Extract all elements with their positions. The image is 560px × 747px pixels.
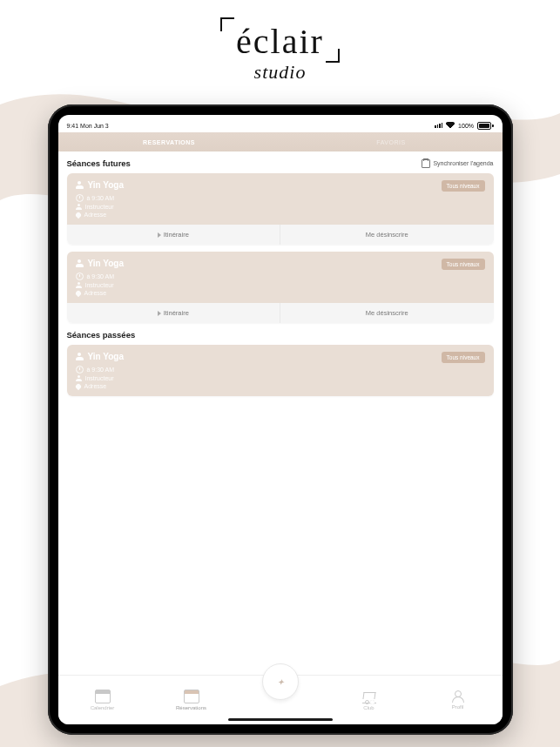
clock-icon — [76, 194, 84, 202]
brand-logo: éclair studio — [0, 17, 560, 84]
session-place: Adresse — [84, 383, 107, 389]
battery-text: 100% — [458, 123, 474, 129]
user-icon — [76, 282, 82, 288]
person-icon — [76, 181, 84, 189]
calendar-icon — [95, 690, 111, 703]
pin-icon — [74, 211, 81, 218]
level-badge: Tous niveaux — [442, 259, 485, 270]
person-icon — [76, 353, 84, 360]
wifi-icon — [446, 122, 455, 129]
top-tabs: RESERVATIONS FAVORIS — [58, 132, 503, 151]
sync-label: Synchroniser l'agenda — [433, 160, 493, 166]
reservations-icon — [184, 690, 199, 703]
pin-icon — [74, 382, 81, 389]
section-past-title: Séances passées — [67, 330, 136, 340]
unregister-button[interactable]: Me désinscrire — [280, 303, 494, 323]
tab-favoris[interactable]: FAVORIS — [280, 139, 503, 145]
user-icon — [76, 204, 82, 210]
session-place: Adresse — [84, 290, 107, 296]
user-icon — [76, 375, 82, 381]
session-title: Yin Yoga — [88, 352, 125, 361]
session-instructor: Instructeur — [85, 375, 114, 381]
route-icon — [158, 232, 161, 238]
brand-sub: studio — [254, 61, 307, 84]
unregister-button[interactable]: Me désinscrire — [280, 225, 494, 245]
clock-icon — [76, 366, 84, 374]
sync-agenda-button[interactable]: Synchroniser l'agenda — [422, 159, 493, 168]
nav-calendar[interactable]: Calendrier — [58, 690, 147, 710]
person-icon — [76, 259, 84, 267]
nav-profile[interactable]: Profil — [414, 690, 503, 710]
level-badge: Tous niveaux — [442, 352, 485, 363]
profile-icon — [451, 690, 465, 703]
route-button[interactable]: Itinéraire — [67, 225, 280, 245]
logo-icon: ✦ — [277, 677, 284, 687]
status-bar: 9:41 Mon Jun 3 100% — [58, 115, 503, 132]
session-title: Yin Yoga — [88, 180, 125, 190]
home-indicator — [228, 718, 333, 721]
brand-top: éclair — [236, 24, 324, 59]
session-time: à 9:30 AM — [87, 273, 115, 279]
screen: 9:41 Mon Jun 3 100% RESERVATIONS FAVORIS… — [58, 115, 503, 724]
pin-icon — [74, 289, 81, 296]
level-badge: Tous niveaux — [442, 180, 485, 192]
session-card[interactable]: Yin Yoga Tous niveaux à 9:30 AM Instruct… — [67, 173, 494, 245]
route-icon — [158, 311, 161, 316]
route-button[interactable]: Itinéraire — [67, 303, 280, 323]
session-time: à 9:30 AM — [87, 367, 115, 373]
clock-icon — [76, 273, 84, 280]
calendar-sync-icon — [422, 159, 430, 168]
bottom-nav: Calendrier Réservations . Club Profil ✦ — [58, 675, 503, 724]
content-scroll[interactable]: Séances futures Synchroniser l'agenda Yi… — [58, 151, 503, 675]
nav-reservations[interactable]: Réservations — [147, 690, 236, 710]
tab-reservations[interactable]: RESERVATIONS — [58, 139, 280, 145]
tablet-frame: 9:41 Mon Jun 3 100% RESERVATIONS FAVORIS… — [48, 104, 513, 735]
session-instructor: Instructeur — [85, 204, 114, 210]
nav-center-logo-button[interactable]: ✦ — [262, 663, 299, 700]
section-future-title: Séances futures — [67, 158, 131, 168]
session-instructor: Instructeur — [85, 282, 114, 288]
nav-club[interactable]: Club — [325, 690, 414, 710]
session-place: Adresse — [84, 212, 107, 218]
signal-icon — [435, 123, 442, 128]
session-card[interactable]: Yin Yoga Tous niveaux à 9:30 AM Instruct… — [67, 345, 494, 396]
session-time: à 9:30 AM — [87, 195, 115, 201]
battery-icon — [477, 122, 494, 130]
status-time: 9:41 Mon Jun 3 — [67, 123, 109, 129]
session-card[interactable]: Yin Yoga Tous niveaux à 9:30 AM Instruct… — [67, 252, 494, 323]
session-title: Yin Yoga — [88, 259, 125, 268]
cart-icon — [362, 690, 376, 703]
